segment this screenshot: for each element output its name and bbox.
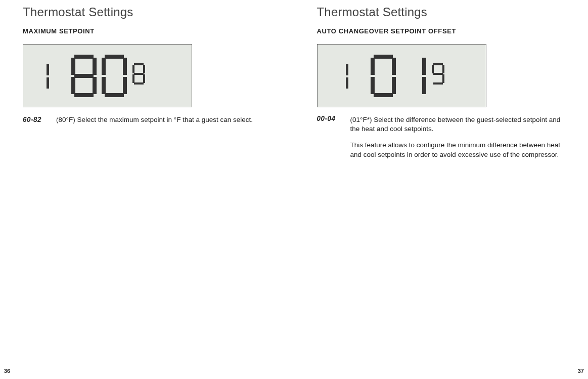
svg-rect-2 [74, 55, 94, 59]
svg-rect-17 [143, 65, 145, 73]
svg-rect-29 [374, 93, 393, 97]
svg-rect-4 [93, 58, 97, 75]
svg-rect-32 [433, 63, 443, 65]
svg-rect-16 [132, 65, 134, 73]
page-subtitle: AUTO CHANGEOVER SETPOINT OFFSET [317, 27, 566, 35]
svg-rect-14 [105, 93, 124, 97]
value-range: 00-04 [317, 114, 350, 160]
description-text: (80°F) Select the maximum setpoint in °F… [56, 115, 272, 124]
svg-rect-9 [105, 55, 124, 59]
svg-rect-20 [143, 74, 145, 83]
description-row: 60-82 (80°F) Select the maximum setpoint… [23, 115, 272, 124]
display-svg [23, 45, 193, 108]
svg-rect-12 [102, 77, 106, 94]
page-subtitle: MAXIMUM SETPOINT [23, 27, 272, 35]
svg-rect-19 [132, 74, 134, 83]
svg-rect-5 [74, 74, 94, 78]
svg-rect-18 [134, 73, 144, 75]
svg-rect-31 [422, 77, 426, 94]
page-title: Thermostat Settings [23, 5, 272, 19]
svg-rect-27 [371, 77, 375, 94]
svg-rect-13 [123, 77, 127, 94]
svg-rect-36 [442, 74, 444, 83]
page-number: 37 [578, 368, 584, 374]
svg-rect-0 [47, 64, 49, 75]
svg-rect-33 [432, 65, 434, 73]
desc-paragraph: (80°F) Select the maximum setpoint in °F… [56, 115, 272, 124]
svg-rect-21 [134, 82, 144, 85]
svg-rect-30 [422, 58, 426, 75]
thermostat-display [317, 44, 486, 107]
svg-rect-15 [134, 63, 144, 65]
svg-rect-10 [102, 58, 106, 75]
thermostat-display [23, 44, 192, 107]
svg-rect-6 [71, 77, 75, 94]
svg-rect-25 [371, 58, 375, 75]
desc-paragraph: (01°F*) Select the difference between th… [350, 115, 566, 134]
page-right: Thermostat Settings AUTO CHANGEOVER SETP… [294, 0, 589, 379]
svg-rect-3 [71, 58, 75, 75]
page-title: Thermostat Settings [317, 5, 566, 19]
svg-rect-22 [346, 64, 348, 75]
svg-rect-24 [374, 55, 393, 59]
svg-rect-34 [442, 65, 444, 73]
svg-rect-1 [47, 77, 49, 89]
svg-rect-35 [433, 73, 443, 75]
svg-rect-23 [346, 77, 348, 89]
svg-rect-11 [123, 58, 127, 75]
description-row: 00-04 (01°F*) Select the difference betw… [317, 115, 566, 159]
svg-rect-7 [93, 77, 97, 94]
svg-rect-37 [433, 82, 443, 85]
desc-paragraph: This feature allows to configure the min… [350, 141, 566, 159]
display-svg [318, 45, 487, 108]
page-left: Thermostat Settings MAXIMUM SETPOINT [0, 0, 294, 379]
svg-rect-26 [392, 58, 396, 75]
svg-rect-28 [392, 77, 396, 94]
svg-rect-8 [74, 93, 94, 97]
page-number: 36 [4, 368, 10, 374]
description-text: (01°F*) Select the difference between th… [350, 115, 566, 159]
value-range: 60-82 [23, 115, 56, 125]
